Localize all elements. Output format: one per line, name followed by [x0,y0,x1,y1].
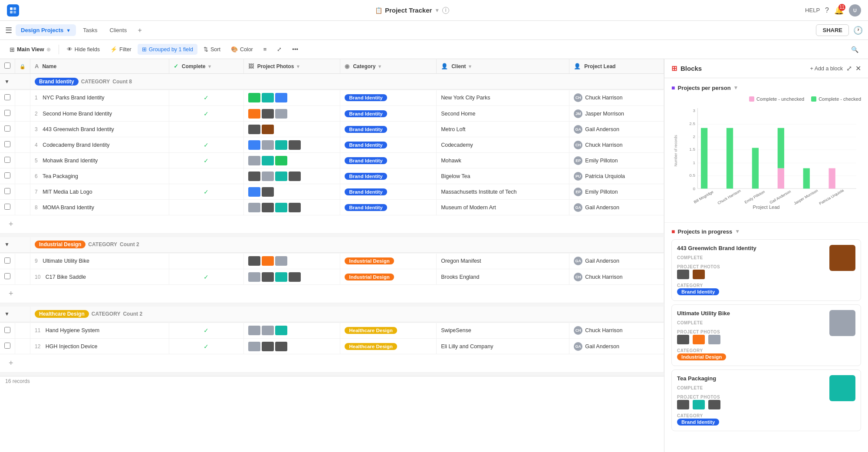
col-complete-header[interactable]: ✓Complete▼ [169,59,243,74]
help-label[interactable]: HELP [805,7,820,13]
row-checkbox-cell[interactable] [0,339,15,354]
group-chevron-icon[interactable]: ▼ [4,79,10,85]
info-icon[interactable]: i [442,7,449,14]
tab-clients[interactable]: Clients [104,24,132,36]
expand-button[interactable]: ⤢ [273,44,286,55]
category-pill: Brand Identity [345,204,387,211]
row-checkbox-cell[interactable] [0,137,15,153]
row-checkbox-cell[interactable] [0,122,15,137]
add-row-button[interactable]: + [4,357,659,370]
person-cell: PU Patricia Urquiola [574,172,659,181]
row-complete-cell[interactable] [169,200,243,215]
row-complete-cell[interactable]: ✓ [169,339,243,354]
chart-dropdown-icon[interactable]: ▼ [733,85,739,91]
search-button[interactable]: 🔍 [847,44,863,55]
sort-button[interactable]: ⇅ Sort [199,44,225,55]
tab-tasks[interactable]: Tasks [78,24,102,36]
group-expand-cell[interactable]: ▼ [0,237,30,253]
add-row-cell[interactable]: + [0,354,664,373]
add-tab-button[interactable]: + [134,24,146,36]
col-photos-header[interactable]: 🖼Project Photos▼ [243,59,340,74]
row-number: 10 [35,274,40,280]
row-checkbox-cell[interactable] [0,90,15,106]
notification-bell[interactable]: 🔔 11 [834,6,844,15]
row-checkbox[interactable] [4,343,10,349]
col-name-header[interactable]: AName [30,59,169,74]
project-card[interactable]: Ultimate Utility Bike COMPLETE PROJECT P… [671,304,861,366]
color-button[interactable]: 🎨 Color [227,44,257,55]
row-checkbox-cell[interactable] [0,184,15,200]
share-button[interactable]: SHARE [816,24,849,36]
project-card[interactable]: Tea Packaging COMPLETE PROJECT PHOTOS CA… [671,370,861,431]
select-all-header[interactable] [0,59,15,74]
col-client-header[interactable]: 👤Client▼ [437,59,569,74]
row-checkbox[interactable] [4,94,10,100]
row-lock-cell [15,323,30,339]
row-complete-cell[interactable] [169,254,243,269]
row-complete-cell[interactable]: ✓ [169,153,243,168]
row-complete-cell[interactable]: ✓ [169,323,243,339]
topbar-left [7,4,19,16]
person-avatar: GA [574,203,582,212]
group-button[interactable]: ⊞ Grouped by 1 field [138,44,197,55]
row-checkbox-cell[interactable] [0,106,15,122]
row-complete-cell[interactable]: ✓ [169,106,243,122]
tab-dropdown-icon[interactable]: ▼ [66,28,71,33]
row-checkbox-cell[interactable] [0,168,15,184]
row-checkbox-cell[interactable] [0,323,15,339]
close-blocks-icon[interactable]: ✕ [855,64,861,73]
row-complete-cell[interactable]: ✓ [169,184,243,200]
tab-design-projects[interactable]: Design Projects ▼ [16,24,76,36]
select-all-checkbox[interactable] [4,63,10,69]
group-chevron-icon[interactable]: ▼ [4,311,10,317]
person-name: Chuck Harrison [585,274,622,280]
row-checkbox[interactable] [4,110,10,116]
row-checkbox[interactable] [4,188,10,194]
row-checkbox[interactable] [4,141,10,147]
group-expand-cell[interactable]: ▼ [0,74,30,89]
row-checkbox[interactable] [4,327,10,333]
add-row-button[interactable]: + [4,287,659,300]
hide-fields-button[interactable]: 👁 Hide fields [62,44,104,55]
row-category-cell: Brand Identity [340,122,437,137]
col-lead-header[interactable]: 👤Project Lead [569,59,664,74]
col-category-header[interactable]: ◉Category▼ [340,59,437,74]
row-checkbox[interactable] [4,157,10,163]
expand-blocks-icon[interactable]: ⤢ [846,64,852,73]
row-checkbox[interactable] [4,125,10,132]
add-row-cell[interactable]: + [0,285,664,303]
view-toggle[interactable]: ⊞ Main View ⊕ [5,44,55,55]
row-checkbox-cell[interactable] [0,269,15,285]
row-checkbox-cell[interactable] [0,200,15,215]
user-avatar[interactable]: U [849,4,861,16]
complete-meta-row: COMPLETE [677,384,855,391]
row-checkbox[interactable] [4,204,10,210]
group-expand-cell[interactable]: ▼ [0,307,30,322]
group-chevron-icon[interactable]: ▼ [4,241,10,247]
add-block-button[interactable]: + Add a block [810,66,843,72]
group-label-cell: Brand Identity CATEGORY Count 8 [30,74,664,89]
row-complete-cell[interactable]: ✓ [169,269,243,285]
project-card[interactable]: 443 Greenwich Brand Identity COMPLETE PR… [671,239,861,301]
complete-check-icon: ✓ [204,142,209,148]
row-height-button[interactable]: ≡ [259,44,271,55]
history-icon[interactable]: 🕐 [853,26,863,35]
add-row-button[interactable]: + [4,218,659,231]
menu-icon[interactable]: ☰ [5,26,12,35]
add-row-cell[interactable]: + [0,215,664,234]
row-complete-cell[interactable] [169,168,243,184]
row-complete-cell[interactable]: ✓ [169,137,243,153]
row-checkbox[interactable] [4,257,10,264]
row-checkbox-cell[interactable] [0,153,15,168]
person-avatar: CH [574,273,582,281]
row-checkbox-cell[interactable] [0,254,15,269]
more-button[interactable]: ••• [288,44,302,55]
filter-button[interactable]: ⚡ Filter [106,44,136,55]
help-icon[interactable]: ? [825,7,829,14]
row-checkbox[interactable] [4,172,10,178]
row-complete-cell[interactable]: ✓ [169,90,243,106]
projects-dropdown-icon[interactable]: ▼ [735,228,740,234]
row-name: Ultimate Utility Bike [43,258,89,264]
row-complete-cell[interactable] [169,122,243,137]
row-checkbox[interactable] [4,273,10,279]
